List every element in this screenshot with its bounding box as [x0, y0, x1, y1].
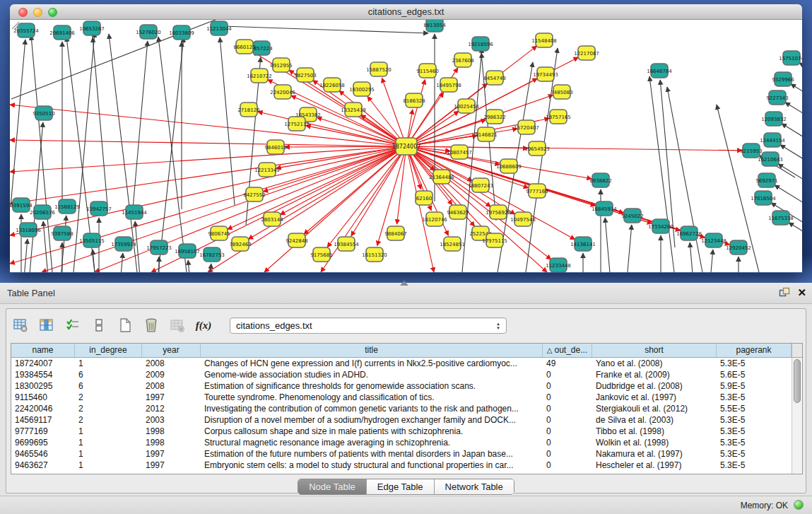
table-cell[interactable]: 1997: [142, 460, 201, 471]
table-cell[interactable]: 5.3E-5: [717, 414, 792, 426]
table-cell[interactable]: 5.5E-5: [717, 403, 792, 414]
table-row[interactable]: 2242004622012Investigating the contribut…: [11, 403, 802, 414]
table-cell[interactable]: 18300295: [11, 380, 75, 392]
tab-node-table[interactable]: Node Table: [298, 479, 367, 494]
table-row[interactable]: 1872400712008Changes of HCN gene express…: [11, 358, 802, 369]
table-cell[interactable]: 9777169: [11, 426, 75, 437]
table-cell[interactable]: 6: [75, 369, 142, 380]
table-cell[interactable]: 0: [543, 369, 592, 380]
table-cell[interactable]: 2: [75, 392, 142, 403]
table-cell[interactable]: 1997: [142, 448, 201, 460]
float-panel-icon[interactable]: [779, 287, 790, 298]
table-cell[interactable]: Disruption of a novel member of a sodium…: [201, 414, 543, 426]
table-cell[interactable]: Stergiakouli et al. (2012): [592, 403, 717, 414]
table-cell[interactable]: 19384554: [11, 369, 75, 380]
table-cell[interactable]: 2012: [142, 403, 201, 414]
table-row[interactable]: 977716911998Corpus callosum shape and si…: [11, 426, 802, 437]
table-row[interactable]: 1456911722003Disruption of a novel membe…: [11, 414, 802, 426]
table-cell[interactable]: Wolkin et al. (1998): [592, 437, 717, 448]
delete-trash-icon[interactable]: [141, 315, 161, 335]
close-panel-icon[interactable]: ✕: [797, 286, 806, 299]
split-view-icon[interactable]: [89, 315, 109, 335]
column-header-name[interactable]: name: [11, 344, 75, 357]
table-cell[interactable]: 6: [75, 380, 142, 392]
table-row[interactable]: 969969511998Structural magnetic resonanc…: [11, 437, 802, 448]
table-cell[interactable]: 0: [543, 380, 592, 392]
network-view-canvas[interactable]: 2035572420691406106532871527602016033809…: [10, 20, 802, 272]
table-cell[interactable]: Nakamura et al. (1997): [592, 448, 717, 460]
table-cell[interactable]: Embryonic stem cells: a model to study s…: [201, 460, 543, 471]
table-cell[interactable]: 5.9E-5: [717, 380, 792, 392]
table-cell[interactable]: 0: [543, 392, 592, 403]
table-cell[interactable]: 0: [543, 448, 592, 460]
show-column-icon[interactable]: [37, 315, 57, 335]
table-cell[interactable]: 0: [543, 460, 592, 471]
table-cell[interactable]: 1997: [142, 392, 201, 403]
table-cell[interactable]: 9115460: [11, 392, 75, 403]
table-cell[interactable]: Estimation of significance thresholds fo…: [201, 380, 543, 392]
table-row[interactable]: 1938455462009Genome-wide association stu…: [11, 369, 802, 380]
table-cell[interactable]: de Silva et al. (2003): [592, 414, 717, 426]
table-cell[interactable]: Corpus callosum shape and size in male p…: [201, 426, 543, 437]
table-row[interactable]: 1830029562008Estimation of significance …: [11, 380, 802, 392]
column-header-out-de-[interactable]: △out_de...: [543, 344, 592, 357]
table-cell[interactable]: 2008: [142, 380, 201, 392]
table-cell[interactable]: 14569117: [11, 414, 75, 426]
table-cell[interactable]: 2: [75, 403, 142, 414]
table-cell[interactable]: Jankovic et al. (1997): [592, 392, 717, 403]
table-cell[interactable]: Changes of HCN gene expression and I(f) …: [201, 358, 543, 369]
table-cell[interactable]: Dudbridge et al. (2008): [592, 380, 717, 392]
scrollbar-thumb[interactable]: [794, 359, 801, 403]
table-cell[interactable]: 5.6E-5: [717, 369, 792, 380]
table-cell[interactable]: 1998: [142, 437, 201, 448]
table-cell[interactable]: 5.3E-5: [717, 448, 792, 460]
column-header-short[interactable]: short: [592, 344, 717, 357]
table-cell[interactable]: 2: [75, 414, 142, 426]
tab-network-table[interactable]: Network Table: [435, 479, 514, 494]
column-header-year[interactable]: year: [142, 344, 201, 357]
table-cell[interactable]: 5.3E-5: [717, 392, 792, 403]
table-cell[interactable]: 1: [75, 358, 142, 369]
table-cell[interactable]: 18724007: [11, 358, 75, 369]
table-cell[interactable]: 5.3E-5: [717, 358, 792, 369]
table-cell[interactable]: 9465546: [11, 448, 75, 460]
table-selector-dropdown[interactable]: citations_edges.txt ▲▼: [230, 317, 507, 334]
table-cell[interactable]: Investigating the contribution of common…: [201, 403, 543, 414]
table-cell[interactable]: 1: [75, 460, 142, 471]
table-cell[interactable]: 1998: [142, 426, 201, 437]
table-settings-icon[interactable]: [11, 315, 30, 335]
table-cell[interactable]: Structural magnetic resonance image aver…: [201, 437, 543, 448]
network-graph[interactable]: 2035572420691406106532871527602016033809…: [10, 20, 802, 272]
function-builder-icon[interactable]: f(x): [194, 315, 213, 335]
column-header-title[interactable]: title: [201, 344, 543, 357]
select-rows-icon[interactable]: [63, 315, 83, 335]
table-cell[interactable]: 49: [543, 358, 592, 369]
column-header-in-degree[interactable]: in_degree: [75, 344, 142, 357]
window-titlebar[interactable]: citations_edges.txt: [10, 4, 802, 20]
table-cell[interactable]: 5.3E-5: [717, 437, 792, 448]
tab-edge-table[interactable]: Edge Table: [367, 479, 435, 494]
table-cell[interactable]: 1: [75, 426, 142, 437]
table-cell[interactable]: Hescheler et al. (1997): [592, 460, 717, 471]
table-cell[interactable]: Tibbo et al. (1998): [592, 426, 717, 437]
table-cell[interactable]: 5.3E-5: [717, 460, 792, 471]
table-cell[interactable]: 22420046: [11, 403, 75, 414]
table-cell[interactable]: Yano et al. (2008): [592, 358, 717, 369]
table-row[interactable]: 911546021997Tourette syndrome. Phenomeno…: [11, 392, 802, 403]
table-cell[interactable]: 0: [543, 403, 592, 414]
table-cell[interactable]: Franke et al. (2009): [592, 369, 717, 380]
column-header-pagerank[interactable]: pagerank: [717, 344, 792, 357]
panel-splitter-grip[interactable]: [400, 281, 408, 286]
table-cell[interactable]: 0: [543, 414, 592, 426]
table-cell[interactable]: 9699695: [11, 437, 75, 448]
table-cell[interactable]: Estimation of the future numbers of pati…: [201, 448, 543, 460]
table-cell[interactable]: 0: [543, 437, 592, 448]
table-cell[interactable]: 9463627: [11, 460, 75, 471]
table-cell[interactable]: 0: [543, 426, 592, 437]
new-file-icon[interactable]: [115, 315, 135, 335]
table-cell[interactable]: Tourette syndrome. Phenomenology and cla…: [201, 392, 543, 403]
table-cell[interactable]: 1: [75, 437, 142, 448]
table-cell[interactable]: 2003: [142, 414, 201, 426]
table-cell[interactable]: Genome-wide association studies in ADHD.: [201, 369, 543, 380]
table-cell[interactable]: 2009: [142, 369, 201, 380]
